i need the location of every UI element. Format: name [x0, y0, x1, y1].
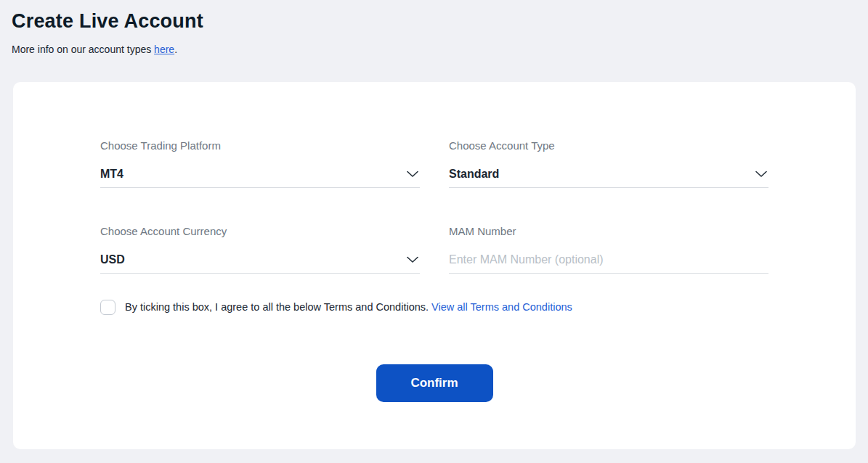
field-trading-platform: Choose Trading Platform MT4 — [100, 139, 420, 188]
account-type-value: Standard — [449, 167, 499, 181]
terms-sentence: By ticking this box, I agree to all the … — [125, 301, 431, 313]
field-account-currency: Choose Account Currency USD — [100, 224, 420, 274]
terms-checkbox[interactable] — [100, 300, 115, 315]
mam-number-label: MAM Number — [449, 224, 768, 239]
account-type-label: Choose Account Type — [449, 139, 768, 153]
page-subtitle-text: More info on our account types — [12, 44, 154, 55]
page-subtitle-suffix: . — [174, 44, 177, 55]
mam-number-input[interactable] — [449, 253, 768, 274]
create-account-card: Choose Trading Platform MT4 Choose Accou… — [13, 82, 856, 449]
page-subtitle: More info on our account types here. — [12, 44, 856, 55]
account-type-select[interactable]: Standard — [449, 167, 768, 188]
chevron-down-icon — [407, 253, 418, 266]
account-types-here-link[interactable]: here — [154, 44, 174, 55]
trading-platform-value: MT4 — [100, 167, 123, 181]
terms-agreement-text: By ticking this box, I agree to all the … — [125, 300, 572, 315]
terms-agreement-row: By ticking this box, I agree to all the … — [100, 300, 768, 315]
page-header: Create Live Account More info on our acc… — [0, 0, 868, 55]
view-terms-link[interactable]: View all Terms and Conditions — [431, 301, 572, 313]
trading-platform-select[interactable]: MT4 — [100, 167, 420, 188]
page-title: Create Live Account — [12, 9, 856, 34]
confirm-button[interactable]: Confirm — [376, 364, 493, 402]
account-form: Choose Trading Platform MT4 Choose Accou… — [100, 139, 768, 274]
account-currency-label: Choose Account Currency — [100, 224, 420, 239]
field-mam-number: MAM Number — [449, 224, 768, 274]
account-currency-select[interactable]: USD — [100, 253, 420, 274]
chevron-down-icon — [755, 168, 767, 181]
confirm-button-row: Confirm — [100, 364, 768, 402]
chevron-down-icon — [407, 168, 418, 181]
field-account-type: Choose Account Type Standard — [449, 139, 768, 188]
account-currency-value: USD — [100, 253, 125, 267]
trading-platform-label: Choose Trading Platform — [100, 139, 420, 153]
